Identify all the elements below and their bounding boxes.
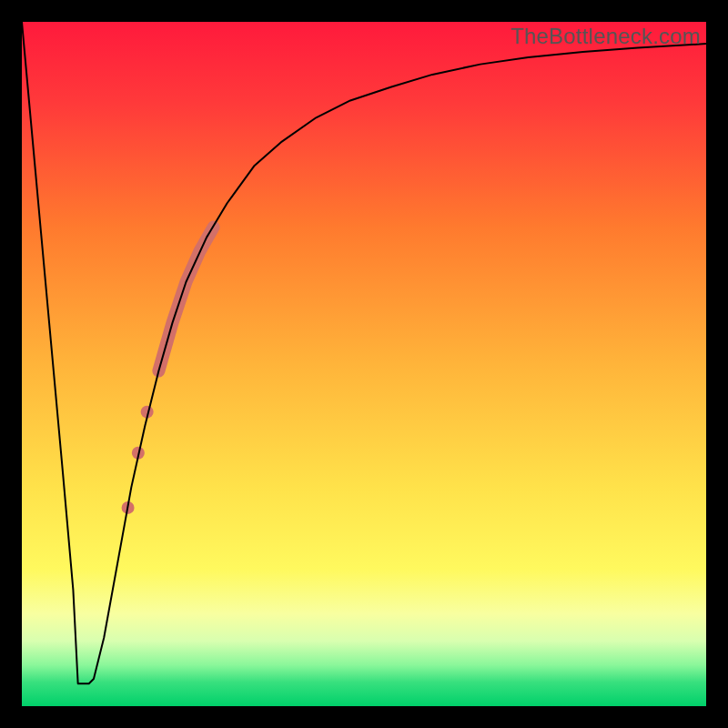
chart-frame: TheBottleneck.com [0, 0, 728, 728]
plot-area: TheBottleneck.com [22, 22, 706, 706]
chart-canvas [22, 22, 706, 706]
watermark-label: TheBottleneck.com [511, 24, 701, 49]
gradient-background [22, 22, 706, 706]
